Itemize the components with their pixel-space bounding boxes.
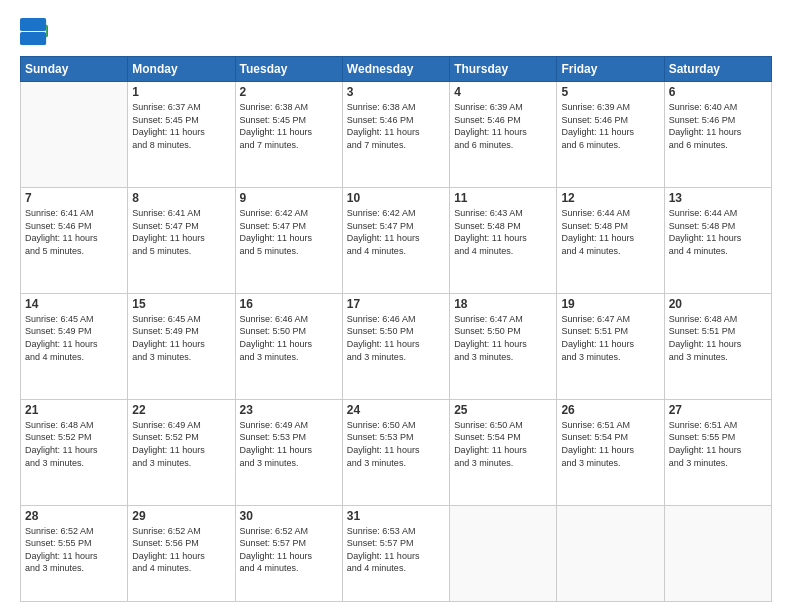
day-number: 6 [669, 85, 767, 99]
day-number: 29 [132, 509, 230, 523]
calendar-cell [450, 505, 557, 601]
day-info: Sunrise: 6:39 AM Sunset: 5:46 PM Dayligh… [454, 101, 552, 151]
day-info: Sunrise: 6:41 AM Sunset: 5:47 PM Dayligh… [132, 207, 230, 257]
day-number: 23 [240, 403, 338, 417]
calendar-cell: 14Sunrise: 6:45 AM Sunset: 5:49 PM Dayli… [21, 293, 128, 399]
day-info: Sunrise: 6:52 AM Sunset: 5:57 PM Dayligh… [240, 525, 338, 575]
calendar-week-0: 1Sunrise: 6:37 AM Sunset: 5:45 PM Daylig… [21, 82, 772, 188]
day-info: Sunrise: 6:50 AM Sunset: 5:54 PM Dayligh… [454, 419, 552, 469]
calendar-header-row: SundayMondayTuesdayWednesdayThursdayFrid… [21, 57, 772, 82]
calendar-cell: 10Sunrise: 6:42 AM Sunset: 5:47 PM Dayli… [342, 187, 449, 293]
calendar-cell: 22Sunrise: 6:49 AM Sunset: 5:52 PM Dayli… [128, 399, 235, 505]
calendar-cell: 27Sunrise: 6:51 AM Sunset: 5:55 PM Dayli… [664, 399, 771, 505]
calendar-cell: 2Sunrise: 6:38 AM Sunset: 5:45 PM Daylig… [235, 82, 342, 188]
calendar-cell: 20Sunrise: 6:48 AM Sunset: 5:51 PM Dayli… [664, 293, 771, 399]
calendar-cell: 31Sunrise: 6:53 AM Sunset: 5:57 PM Dayli… [342, 505, 449, 601]
calendar-cell [21, 82, 128, 188]
day-number: 1 [132, 85, 230, 99]
day-info: Sunrise: 6:37 AM Sunset: 5:45 PM Dayligh… [132, 101, 230, 151]
calendar-cell: 15Sunrise: 6:45 AM Sunset: 5:49 PM Dayli… [128, 293, 235, 399]
day-number: 9 [240, 191, 338, 205]
day-number: 13 [669, 191, 767, 205]
calendar-week-4: 28Sunrise: 6:52 AM Sunset: 5:55 PM Dayli… [21, 505, 772, 601]
calendar-cell: 28Sunrise: 6:52 AM Sunset: 5:55 PM Dayli… [21, 505, 128, 601]
calendar-cell: 29Sunrise: 6:52 AM Sunset: 5:56 PM Dayli… [128, 505, 235, 601]
day-number: 8 [132, 191, 230, 205]
day-number: 5 [561, 85, 659, 99]
day-info: Sunrise: 6:52 AM Sunset: 5:55 PM Dayligh… [25, 525, 123, 575]
weekday-header-wednesday: Wednesday [342, 57, 449, 82]
calendar-cell: 23Sunrise: 6:49 AM Sunset: 5:53 PM Dayli… [235, 399, 342, 505]
day-info: Sunrise: 6:51 AM Sunset: 5:54 PM Dayligh… [561, 419, 659, 469]
day-number: 16 [240, 297, 338, 311]
day-number: 28 [25, 509, 123, 523]
day-info: Sunrise: 6:42 AM Sunset: 5:47 PM Dayligh… [240, 207, 338, 257]
weekday-header-tuesday: Tuesday [235, 57, 342, 82]
header [20, 18, 772, 46]
weekday-header-saturday: Saturday [664, 57, 771, 82]
calendar-cell: 26Sunrise: 6:51 AM Sunset: 5:54 PM Dayli… [557, 399, 664, 505]
day-info: Sunrise: 6:53 AM Sunset: 5:57 PM Dayligh… [347, 525, 445, 575]
day-number: 18 [454, 297, 552, 311]
day-info: Sunrise: 6:48 AM Sunset: 5:51 PM Dayligh… [669, 313, 767, 363]
calendar-cell [664, 505, 771, 601]
day-number: 15 [132, 297, 230, 311]
calendar-cell: 16Sunrise: 6:46 AM Sunset: 5:50 PM Dayli… [235, 293, 342, 399]
page: SundayMondayTuesdayWednesdayThursdayFrid… [0, 0, 792, 612]
calendar-cell: 8Sunrise: 6:41 AM Sunset: 5:47 PM Daylig… [128, 187, 235, 293]
calendar-cell [557, 505, 664, 601]
day-info: Sunrise: 6:51 AM Sunset: 5:55 PM Dayligh… [669, 419, 767, 469]
weekday-header-sunday: Sunday [21, 57, 128, 82]
weekday-header-monday: Monday [128, 57, 235, 82]
day-number: 3 [347, 85, 445, 99]
calendar-cell: 4Sunrise: 6:39 AM Sunset: 5:46 PM Daylig… [450, 82, 557, 188]
calendar-table: SundayMondayTuesdayWednesdayThursdayFrid… [20, 56, 772, 602]
logo-icon [20, 18, 48, 46]
weekday-header-thursday: Thursday [450, 57, 557, 82]
day-info: Sunrise: 6:50 AM Sunset: 5:53 PM Dayligh… [347, 419, 445, 469]
day-number: 20 [669, 297, 767, 311]
calendar-week-1: 7Sunrise: 6:41 AM Sunset: 5:46 PM Daylig… [21, 187, 772, 293]
day-info: Sunrise: 6:45 AM Sunset: 5:49 PM Dayligh… [132, 313, 230, 363]
day-info: Sunrise: 6:45 AM Sunset: 5:49 PM Dayligh… [25, 313, 123, 363]
calendar-cell: 12Sunrise: 6:44 AM Sunset: 5:48 PM Dayli… [557, 187, 664, 293]
calendar-cell: 11Sunrise: 6:43 AM Sunset: 5:48 PM Dayli… [450, 187, 557, 293]
day-number: 4 [454, 85, 552, 99]
day-number: 19 [561, 297, 659, 311]
calendar-cell: 6Sunrise: 6:40 AM Sunset: 5:46 PM Daylig… [664, 82, 771, 188]
day-info: Sunrise: 6:40 AM Sunset: 5:46 PM Dayligh… [669, 101, 767, 151]
day-info: Sunrise: 6:49 AM Sunset: 5:53 PM Dayligh… [240, 419, 338, 469]
day-number: 7 [25, 191, 123, 205]
day-number: 26 [561, 403, 659, 417]
day-number: 12 [561, 191, 659, 205]
day-info: Sunrise: 6:42 AM Sunset: 5:47 PM Dayligh… [347, 207, 445, 257]
calendar-cell: 24Sunrise: 6:50 AM Sunset: 5:53 PM Dayli… [342, 399, 449, 505]
day-info: Sunrise: 6:48 AM Sunset: 5:52 PM Dayligh… [25, 419, 123, 469]
day-info: Sunrise: 6:41 AM Sunset: 5:46 PM Dayligh… [25, 207, 123, 257]
calendar-cell: 30Sunrise: 6:52 AM Sunset: 5:57 PM Dayli… [235, 505, 342, 601]
day-info: Sunrise: 6:44 AM Sunset: 5:48 PM Dayligh… [561, 207, 659, 257]
day-number: 30 [240, 509, 338, 523]
day-info: Sunrise: 6:46 AM Sunset: 5:50 PM Dayligh… [347, 313, 445, 363]
day-number: 27 [669, 403, 767, 417]
weekday-header-friday: Friday [557, 57, 664, 82]
day-number: 24 [347, 403, 445, 417]
calendar-cell: 25Sunrise: 6:50 AM Sunset: 5:54 PM Dayli… [450, 399, 557, 505]
day-info: Sunrise: 6:52 AM Sunset: 5:56 PM Dayligh… [132, 525, 230, 575]
calendar-week-3: 21Sunrise: 6:48 AM Sunset: 5:52 PM Dayli… [21, 399, 772, 505]
svg-marker-2 [46, 25, 48, 38]
day-info: Sunrise: 6:43 AM Sunset: 5:48 PM Dayligh… [454, 207, 552, 257]
calendar-week-2: 14Sunrise: 6:45 AM Sunset: 5:49 PM Dayli… [21, 293, 772, 399]
day-info: Sunrise: 6:38 AM Sunset: 5:46 PM Dayligh… [347, 101, 445, 151]
day-number: 31 [347, 509, 445, 523]
day-info: Sunrise: 6:47 AM Sunset: 5:50 PM Dayligh… [454, 313, 552, 363]
calendar-cell: 21Sunrise: 6:48 AM Sunset: 5:52 PM Dayli… [21, 399, 128, 505]
day-info: Sunrise: 6:38 AM Sunset: 5:45 PM Dayligh… [240, 101, 338, 151]
day-number: 22 [132, 403, 230, 417]
logo [20, 18, 50, 46]
calendar-cell: 3Sunrise: 6:38 AM Sunset: 5:46 PM Daylig… [342, 82, 449, 188]
day-number: 2 [240, 85, 338, 99]
calendar-cell: 18Sunrise: 6:47 AM Sunset: 5:50 PM Dayli… [450, 293, 557, 399]
calendar-cell: 9Sunrise: 6:42 AM Sunset: 5:47 PM Daylig… [235, 187, 342, 293]
calendar-cell: 7Sunrise: 6:41 AM Sunset: 5:46 PM Daylig… [21, 187, 128, 293]
